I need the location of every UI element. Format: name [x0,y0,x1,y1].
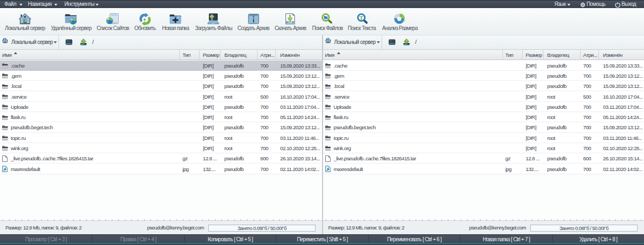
svg-text:T: T [360,15,363,21]
svg-text:Z I P: Z I P [288,21,292,24]
